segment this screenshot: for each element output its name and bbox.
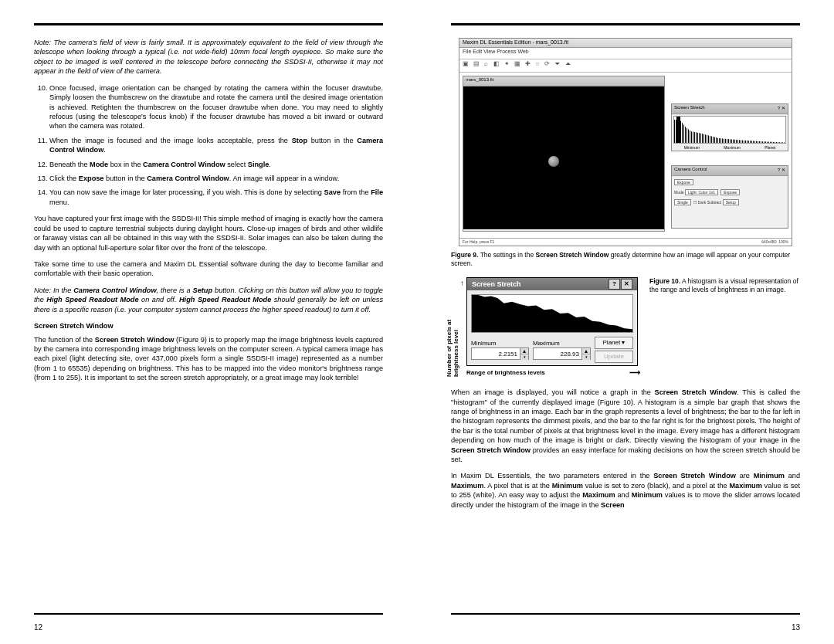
arrow-up-icon: ↑ — [460, 279, 464, 287]
top-rule — [451, 23, 800, 25]
histogram — [673, 116, 786, 144]
toolbar: ▣ ▤ ⌕ ◧ ✦ ▦ ✚ ○ ⟳ ⏷ ⏶ — [459, 59, 792, 73]
side-panels: Screen Stretch? ✕ Minimum Maximum Planet… — [668, 73, 792, 235]
preset-select: Planet ▾ — [595, 337, 633, 349]
expose-button: Expose — [720, 189, 740, 195]
side-buttons: Planet ▾ Update — [595, 337, 633, 363]
figure-10: ↑ Number of pixels at brightness level S… — [451, 277, 800, 377]
histogram — [471, 294, 633, 333]
min-label: Minimum — [471, 340, 529, 347]
taketime-para: Take some time to use the camera and Max… — [34, 259, 383, 279]
app-title: Maxim DL Essentials Edition - mars_0013.… — [459, 39, 792, 48]
stretch-titlebar: Screen Stretch ?✕ — [467, 278, 637, 290]
page-number: 13 — [792, 623, 800, 632]
mode-select: Light: Color 1x1 — [685, 189, 718, 195]
single-select: Single — [674, 199, 691, 205]
app-body: mars_0013.fit Screen Stretch? ✕ Minimum — [459, 73, 792, 235]
help-close-icons: ? ✕ — [778, 105, 785, 113]
li-12: Beneath the Mode box in the Camera Contr… — [49, 160, 383, 169]
page-number: 12 — [34, 623, 42, 632]
histogram-para: When an image is displayed, you will not… — [451, 388, 800, 464]
planet-image — [548, 156, 559, 167]
y-axis-label: Number of pixels at brightness level — [446, 288, 460, 377]
spinner-icon: ▴▾ — [581, 348, 590, 359]
expose-tab: Expose — [674, 179, 693, 185]
setup-button: Setup — [723, 199, 739, 205]
stretch-labels: Minimum Maximum Planet — [672, 145, 788, 150]
minmax-para: In Maxim DL Essentials, the two paramete… — [451, 471, 800, 510]
li-11: When the image is focused and the image … — [49, 136, 383, 155]
update-button: Update — [595, 351, 633, 363]
max-input: 228.93 ▴▾ — [533, 347, 591, 360]
li-10: Once focused, image orientation can be c… — [49, 83, 383, 131]
spinner-icon: ▴▾ — [520, 348, 528, 359]
page-13: Maxim DL Essentials Edition - mars_0013.… — [417, 0, 834, 644]
figure-10-caption: Figure 10. A histogram is a visual repre… — [649, 277, 800, 377]
min-col: Minimum 2.2151 ▴▾ — [471, 340, 529, 360]
li-13: Click the Expose button in the Camera Co… — [49, 174, 383, 183]
spread: Note: The camera's field of view is fair… — [0, 0, 834, 644]
bottom-rule — [451, 613, 800, 615]
max-col: Maximum 228.93 ▴▾ — [533, 340, 591, 360]
viewer-title: mars_0013.fit — [463, 76, 664, 86]
captured-para: You have captured your first image with … — [34, 214, 383, 253]
status-bar: For Help, press F1 640x480 100% — [459, 238, 792, 246]
figure-10-graphic: ↑ Number of pixels at brightness level S… — [451, 277, 640, 377]
max-label: Maximum — [533, 340, 591, 347]
note-fov: Note: The camera's field of view is fair… — [34, 38, 383, 76]
arrow-right-icon: ⟶ — [629, 368, 640, 377]
controls-row: Minimum 2.2151 ▴▾ Maximum 228.93 ▴▾ — [467, 337, 637, 365]
screen-stretch-panel: Screen Stretch? ✕ Minimum Maximum Planet — [671, 103, 788, 151]
camctrl-title: Camera Control? ✕ — [672, 166, 788, 176]
figure-9-caption: Figure 9. The settings in the Screen Str… — [451, 251, 800, 268]
help-icon: ? — [609, 279, 620, 290]
section-head-ssw: Screen Stretch Window — [34, 321, 383, 330]
help-close-icons: ? ✕ — [778, 167, 785, 175]
image-area — [463, 86, 664, 229]
screen-stretch-window: Screen Stretch ?✕ Minimum 2.2151 — [466, 277, 638, 366]
top-rule — [34, 23, 383, 25]
numbered-list: Once focused, image orientation can be c… — [34, 83, 383, 208]
li-14: You can now save the image for later pro… — [49, 188, 383, 207]
close-icon: ✕ — [621, 279, 632, 290]
note-setup: Note: In the Camera Control Window, ther… — [34, 286, 383, 314]
min-input: 2.2151 ▴▾ — [471, 347, 529, 360]
stretch-title: Screen Stretch? ✕ — [672, 104, 788, 114]
camera-control-panel: Camera Control? ✕ Expose Mode Light: Col… — [671, 165, 788, 229]
bottom-rule — [34, 613, 383, 615]
ssw-para: The function of the Screen Stretch Windo… — [34, 335, 383, 383]
titlebar-icons: ?✕ — [608, 279, 632, 290]
page-12: Note: The camera's field of view is fair… — [0, 0, 417, 644]
menu-bar: File Edit View Process Web — [459, 48, 792, 59]
x-axis-label: Range of brightness levels ⟶ — [466, 368, 640, 377]
image-viewer: mars_0013.fit — [463, 76, 665, 232]
figure-9-screenshot: Maxim DL Essentials Edition - mars_0013.… — [459, 38, 792, 246]
